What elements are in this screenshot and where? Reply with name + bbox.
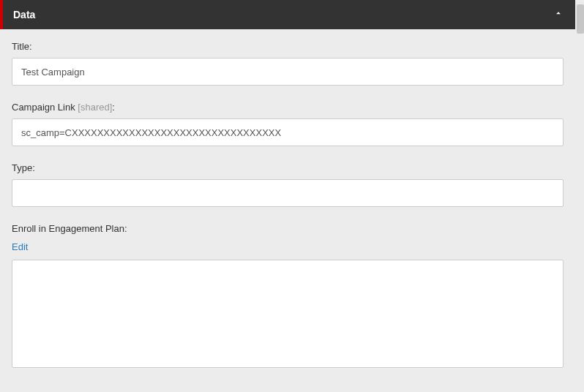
campaign-link-label-text: Campaign Link — [12, 102, 78, 113]
campaign-link-field: Campaign Link [shared]: — [12, 102, 564, 146]
panel-header-title: Data — [3, 9, 35, 20]
campaign-link-shared-text: [shared] — [78, 102, 112, 113]
panel-header[interactable]: Data — [0, 0, 575, 29]
title-label: Title: — [12, 41, 564, 52]
engagement-plan-label: Enroll in Engagement Plan: — [12, 223, 564, 234]
campaign-link-label: Campaign Link [shared]: — [12, 102, 564, 113]
type-field: Type: — [12, 162, 564, 207]
edit-link[interactable]: Edit — [12, 241, 28, 252]
data-panel: Data Title: Campaign Link [shared]: Type… — [0, 0, 575, 382]
panel-body: Title: Campaign Link [shared]: Type: Enr… — [0, 29, 575, 382]
type-label: Type: — [12, 162, 564, 173]
engagement-plan-field: Enroll in Engagement Plan: Edit — [12, 223, 564, 368]
type-input[interactable] — [12, 179, 564, 207]
campaign-link-label-suffix: : — [112, 102, 115, 113]
chevron-up-icon[interactable] — [553, 8, 564, 21]
engagement-plan-box[interactable] — [12, 260, 564, 368]
campaign-link-input[interactable] — [12, 118, 564, 146]
title-input[interactable] — [12, 58, 564, 86]
title-field: Title: — [12, 41, 564, 86]
scrollbar-thumb[interactable] — [577, 4, 584, 34]
